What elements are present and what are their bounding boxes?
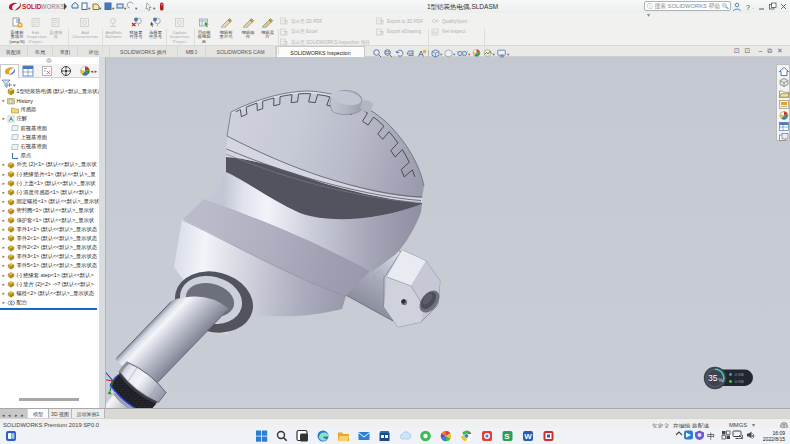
- svg-text:S: S: [504, 432, 510, 441]
- svg-text:▾: ▾: [493, 52, 496, 57]
- svg-text:▾: ▾: [507, 52, 510, 57]
- svg-text:▾: ▾: [468, 52, 471, 57]
- svg-text:%: %: [719, 378, 723, 383]
- svg-text:WORKS: WORKS: [41, 3, 65, 10]
- svg-text:▾: ▾: [453, 52, 456, 57]
- svg-text:▾: ▾: [88, 6, 91, 11]
- svg-text:?: ?: [746, 4, 750, 11]
- svg-text:SOLID: SOLID: [22, 3, 42, 10]
- svg-text:▾: ▾: [153, 6, 156, 11]
- svg-text:35: 35: [708, 373, 718, 383]
- svg-text:中: 中: [707, 432, 715, 441]
- svg-text:0·KB: 0·KB: [735, 379, 745, 384]
- svg-text:▾: ▾: [135, 6, 138, 11]
- svg-text:A: A: [9, 116, 13, 122]
- svg-text:▾: ▾: [99, 6, 102, 11]
- svg-text:W: W: [524, 432, 532, 441]
- svg-text:▾: ▾: [112, 6, 115, 11]
- svg-text:·: ·: [752, 5, 754, 11]
- svg-text:0·KB: 0·KB: [735, 372, 745, 377]
- svg-text:▾: ▾: [440, 52, 443, 57]
- svg-text:▾: ▾: [124, 6, 127, 11]
